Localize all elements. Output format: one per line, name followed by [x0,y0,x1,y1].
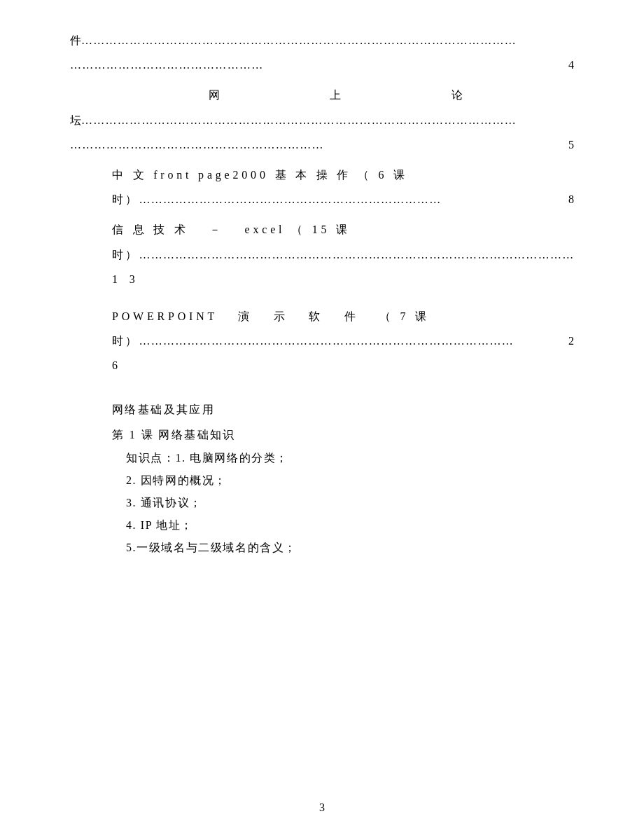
toc-row-4c: 1 3 [112,267,574,291]
section-heading-1: 网络基础及其应用 [70,397,574,422]
toc-row-2b: 坛 ……………………………………………………………………………………………… [70,108,574,132]
toc-row-2c: ……………………………………………………… 5 [70,132,574,157]
lesson-heading-1: 第 1 课 网络基础知识 [70,422,574,447]
knowledge-point-4: 4. IP 地址； [70,514,574,537]
toc-dots-2c: ……………………………………………………… [70,132,564,157]
char-lun: 论 [451,83,464,107]
toc-entry-2: 网 上 论 坛 ……………………………………………………………………………………… [70,83,574,157]
toc-entry-5: POWERPOINT 演 示 软 件 （ 7 课 时） ………………………………… [70,304,574,378]
knowledge-point-5: 5.一级域名与二级域名的含义； [70,537,574,559]
toc-row-5c: 6 [112,353,574,378]
toc-num-1: 4 [564,53,574,77]
toc-label-3b: 时） [112,187,139,212]
toc-entry-1: 件 ……………………………………………………………………………………………… …… [70,28,574,77]
toc-dots-1b: ………………………………………… [70,53,564,77]
toc-num-4: 1 3 [112,267,139,291]
char-wang: 网 [209,83,221,107]
toc-row-1b: ………………………………………… 4 [70,53,574,77]
toc-label-4b: 时） [112,242,139,267]
toc-dots-3: ………………………………………………………………… [139,187,564,212]
toc-dots-4: ……………………………………………………………………………………………… [139,242,574,267]
page-number: 3 [319,801,325,814]
toc-label-4a: 信 息 技 术 － excel （ 15 课 [112,217,351,242]
toc-row-4b: 时） ……………………………………………………………………………………………… [112,242,574,267]
toc-label-2: 坛 [70,108,81,132]
toc-label-5a: POWERPOINT 演 示 软 件 （ 7 课 [112,304,430,329]
page: 件 ……………………………………………………………………………………………… …… [0,0,644,835]
toc-entry-3: 中 文 front page2000 基 本 操 作 （ 6 课 时） …………… [70,163,574,212]
knowledge-point-2: 2. 因特网的概况； [70,469,574,492]
toc-label-5b: 时） [112,329,139,353]
toc-row-5b: 时） ………………………………………………………………………………… 2 [112,329,574,353]
toc-num-2: 5 [564,132,574,157]
toc-row-1a: 件 ……………………………………………………………………………………………… [70,28,574,53]
toc-num-3: 8 [564,187,574,212]
toc-row-5a: POWERPOINT 演 示 软 件 （ 7 课 [112,304,574,329]
toc-dots-1a: ……………………………………………………………………………………………… [81,28,574,53]
toc-dots-5: ………………………………………………………………………………… [139,329,564,353]
toc-dots-2b: ……………………………………………………………………………………………… [81,108,574,132]
toc-row-2a: 网 上 论 [70,83,574,107]
toc-label-3a: 中 文 front page2000 基 本 操 作 （ 6 课 [112,163,408,187]
knowledge-point-3: 3. 通讯协议； [70,492,574,514]
char-shang: 上 [330,83,342,107]
knowledge-point-label: 知识点：1. 电脑网络的分类； [70,447,574,469]
toc-num-5: 2 [564,329,574,353]
toc-row-3b: 时） ………………………………………………………………… 8 [112,187,574,212]
toc-label-1: 件 [70,28,81,53]
toc-entry-4: 信 息 技 术 － excel （ 15 课 时） ……………………………………… [70,217,574,291]
content-area: 件 ……………………………………………………………………………………………… …… [70,28,574,559]
toc-extra-5: 6 [112,353,119,378]
toc-row-4a: 信 息 技 术 － excel （ 15 课 [112,217,574,242]
toc-row-3a: 中 文 front page2000 基 本 操 作 （ 6 课 [112,163,574,187]
